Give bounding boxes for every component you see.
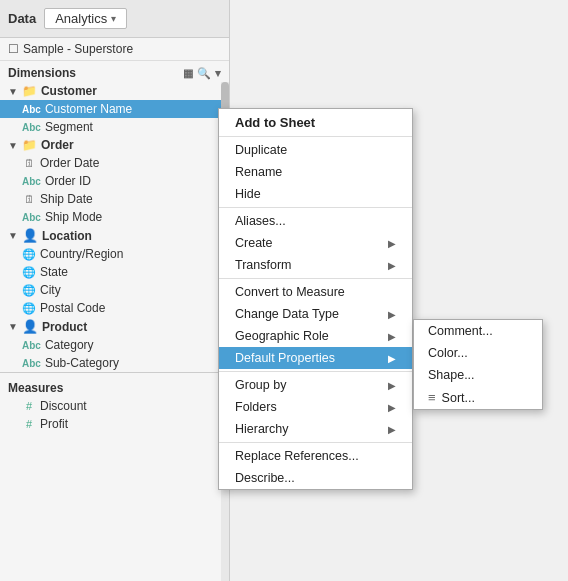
order-folder-icon: 📁 <box>22 138 37 152</box>
context-menu: Add to Sheet Duplicate Rename Hide Alias… <box>218 108 413 490</box>
abc-icon: Abc <box>22 340 41 351</box>
folders-submenu-arrow-icon: ▶ <box>388 402 396 413</box>
item-segment[interactable]: Abc Segment <box>0 118 229 136</box>
left-panel: Data Analytics ▾ ☐ Sample - Superstore D… <box>0 0 230 581</box>
menu-divider-2 <box>219 207 412 208</box>
abc-icon: Abc <box>22 176 41 187</box>
menu-group-by[interactable]: Group by ▶ <box>219 374 412 396</box>
menu-transform[interactable]: Transform ▶ <box>219 254 412 276</box>
abc-icon: Abc <box>22 358 41 369</box>
header-bar: Data Analytics ▾ <box>0 0 229 38</box>
item-label-ship-mode: Ship Mode <box>45 210 102 224</box>
hierarchy-submenu-arrow-icon: ▶ <box>388 424 396 435</box>
abc-icon: Abc <box>22 212 41 223</box>
item-label-discount: Discount <box>40 399 87 413</box>
database-icon: ☐ <box>8 42 19 56</box>
menu-default-properties[interactable]: Default Properties ▶ <box>219 347 412 369</box>
expand-icon[interactable]: ▾ <box>215 67 221 80</box>
measures-section: Measures # Discount # Profit <box>0 372 229 433</box>
menu-divider-3 <box>219 278 412 279</box>
item-label-country-region: Country/Region <box>40 247 123 261</box>
submenu-shape-label: Shape... <box>428 368 475 382</box>
default-properties-submenu: Comment... Color... Shape... ≡ Sort... <box>413 319 543 410</box>
submenu-sort[interactable]: ≡ Sort... <box>414 386 542 409</box>
dimensions-section-header: Dimensions ▦ 🔍 ▾ <box>0 61 229 82</box>
menu-divider-5 <box>219 442 412 443</box>
calendar-icon: 🗓 <box>22 193 36 205</box>
menu-hide[interactable]: Hide <box>219 183 412 205</box>
item-state[interactable]: 🌐 State <box>0 263 229 281</box>
dimensions-label: Dimensions <box>8 66 76 80</box>
group-header-order[interactable]: ▼ 📁 Order <box>0 136 229 154</box>
item-label-category: Category <box>45 338 94 352</box>
submenu-comment-label: Comment... <box>428 324 493 338</box>
analytics-label: Analytics <box>55 11 107 26</box>
item-sub-category[interactable]: Abc Sub-Category <box>0 354 229 372</box>
dimensions-tree: ▼ 📁 Customer Abc Customer Name Abc Segme… <box>0 82 229 372</box>
item-postal-code[interactable]: 🌐 Postal Code <box>0 299 229 317</box>
item-profit[interactable]: # Profit <box>0 415 229 433</box>
measures-label: Measures <box>8 381 63 395</box>
item-label-customer-name: Customer Name <box>45 102 132 116</box>
menu-geographic-role[interactable]: Geographic Role ▶ <box>219 325 412 347</box>
submenu-comment[interactable]: Comment... <box>414 320 542 342</box>
search-icon[interactable]: 🔍 <box>197 67 211 80</box>
globe-icon: 🌐 <box>22 266 36 279</box>
calendar-icon: 🗓 <box>22 157 36 169</box>
submenu-shape[interactable]: Shape... <box>414 364 542 386</box>
change-data-type-submenu-arrow-icon: ▶ <box>388 309 396 320</box>
item-ship-date[interactable]: 🗓 Ship Date <box>0 190 229 208</box>
item-label-order-date: Order Date <box>40 156 99 170</box>
submenu-color[interactable]: Color... <box>414 342 542 364</box>
item-country-region[interactable]: 🌐 Country/Region <box>0 245 229 263</box>
globe-icon: 🌐 <box>22 302 36 315</box>
submenu-color-label: Color... <box>428 346 468 360</box>
menu-hierarchy[interactable]: Hierarchy ▶ <box>219 418 412 440</box>
item-ship-mode[interactable]: Abc Ship Mode <box>0 208 229 226</box>
datasource-name: Sample - Superstore <box>23 42 133 56</box>
default-properties-submenu-arrow-icon: ▶ <box>388 353 396 364</box>
menu-duplicate[interactable]: Duplicate <box>219 139 412 161</box>
item-category[interactable]: Abc Category <box>0 336 229 354</box>
item-customer-name[interactable]: Abc Customer Name <box>0 100 229 118</box>
item-label-postal-code: Postal Code <box>40 301 105 315</box>
item-label-segment: Segment <box>45 120 93 134</box>
globe-icon: 🌐 <box>22 284 36 297</box>
product-person-icon: 👤 <box>22 319 38 334</box>
dimensions-header-icons: ▦ 🔍 ▾ <box>183 67 221 80</box>
item-discount[interactable]: # Discount <box>0 397 229 415</box>
item-city[interactable]: 🌐 City <box>0 281 229 299</box>
product-group-label: Product <box>42 320 87 334</box>
menu-describe[interactable]: Describe... <box>219 467 412 489</box>
menu-create[interactable]: Create ▶ <box>219 232 412 254</box>
menu-add-to-sheet[interactable]: Add to Sheet <box>219 109 412 134</box>
location-person-icon: 👤 <box>22 228 38 243</box>
datasource-row[interactable]: ☐ Sample - Superstore <box>0 38 229 61</box>
abc-icon: Abc <box>22 104 41 115</box>
group-header-customer[interactable]: ▼ 📁 Customer <box>0 82 229 100</box>
item-label-sub-category: Sub-Category <box>45 356 119 370</box>
location-chevron-icon: ▼ <box>8 230 18 241</box>
product-chevron-icon: ▼ <box>8 321 18 332</box>
create-submenu-arrow-icon: ▶ <box>388 238 396 249</box>
panel-scroll: ▼ 📁 Customer Abc Customer Name Abc Segme… <box>0 82 229 581</box>
menu-divider-1 <box>219 136 412 137</box>
globe-icon: 🌐 <box>22 248 36 261</box>
menu-convert-to-measure[interactable]: Convert to Measure <box>219 281 412 303</box>
menu-folders[interactable]: Folders ▶ <box>219 396 412 418</box>
group-header-product[interactable]: ▼ 👤 Product <box>0 317 229 336</box>
group-header-location[interactable]: ▼ 👤 Location <box>0 226 229 245</box>
grid-icon[interactable]: ▦ <box>183 67 193 80</box>
menu-aliases[interactable]: Aliases... <box>219 210 412 232</box>
menu-change-data-type[interactable]: Change Data Type ▶ <box>219 303 412 325</box>
item-order-date[interactable]: 🗓 Order Date <box>0 154 229 172</box>
sort-icon: ≡ <box>428 390 436 405</box>
customer-chevron-icon: ▼ <box>8 86 18 97</box>
order-group-label: Order <box>41 138 74 152</box>
hash-icon: # <box>22 418 36 430</box>
analytics-tab[interactable]: Analytics ▾ <box>44 8 127 29</box>
geographic-role-submenu-arrow-icon: ▶ <box>388 331 396 342</box>
menu-rename[interactable]: Rename <box>219 161 412 183</box>
item-order-id[interactable]: Abc Order ID <box>0 172 229 190</box>
menu-replace-references[interactable]: Replace References... <box>219 445 412 467</box>
